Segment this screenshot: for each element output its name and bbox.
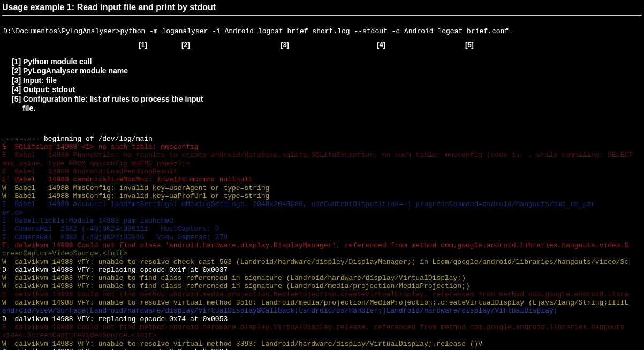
log-line: E dalvikvm 14988 Could not find method a… (2, 323, 642, 331)
legend-3: [3] Input: file (12, 76, 642, 86)
marker-2: [2] (162, 41, 210, 50)
log-line: D dalvikvm 14988 VFY: replacing opcode 0… (2, 266, 642, 274)
log-line: I CameraHal 1382 (-40)0024:096111 HostCa… (2, 225, 642, 233)
log-line: I Babel 14988 Account: loadMmsSettings: … (2, 200, 642, 208)
marker-3: [3] (210, 41, 360, 50)
marker-5: [5] (403, 41, 536, 50)
log-line: E Babel 14988 Android:LoadPendingResult (2, 168, 642, 176)
legend-5: [5] Configuration file: list of rules to… (12, 95, 642, 104)
legend-4: [4] Output: stdout (12, 85, 642, 95)
cmd-part-2: loganalyser (162, 27, 208, 35)
log-line: E Babel 14988 PhoneUtils: no results to … (2, 151, 642, 159)
legend-1: [1] Python module call (12, 57, 642, 67)
log-line: W Babel 14988 MmsConfig: invalid key=use… (2, 184, 642, 192)
log-line: I Babel.tickle:Module 14988 pam launched (2, 217, 642, 225)
log-line: W dalvikvm 14988 VFY: unable to resolve … (2, 258, 642, 266)
marker-1: [1] (124, 41, 162, 50)
log-line: D dalvikvm 14988 VFY: replacing opcode 0… (2, 348, 642, 350)
log-output: --------- beginning of /dev/log/mainE SQ… (2, 135, 642, 350)
log-line: video.ScreenCaptureVideoSource.<init> (2, 331, 642, 339)
cmd-part-1: python -m (120, 27, 157, 35)
cmd-part-4: --stdout (354, 27, 387, 35)
markers-row: [1][2][3][4][5] (2, 41, 642, 50)
log-line: W Babel 14988 MmsConfig: invalid key=uaP… (2, 192, 642, 200)
log-line: android/view/Surface;Landroid/hardware/d… (2, 307, 642, 315)
log-line: W dalvikvm 14988 VFY: unable to resolve … (2, 340, 642, 348)
log-line: --------- beginning of /dev/log/main (2, 135, 642, 143)
log-line: D dalvikvm 14988 VFY: replacing opcode 0… (2, 315, 642, 323)
legend-2: [2] PyLogAnalyser module name (12, 66, 642, 76)
log-line: creenCaptureVideoSource.<init> (2, 249, 642, 257)
cmd-part-3: -i Android_logcat_brief_short.log (212, 27, 350, 35)
log-line: E Babel 14988 canonicalizeMccMnc: invali… (2, 176, 642, 184)
log-line: mmc_value, type FROM mmsconfig WHERE nam… (2, 159, 642, 168)
cursor: _ (509, 27, 513, 35)
log-line: W dalvikvm 14988 VFY: unable to resolve … (2, 299, 642, 307)
log-line: er.o> (2, 209, 642, 217)
cmd-part-5: -c Android_logcat_brief.conf (392, 27, 509, 35)
command-line: D:\Documentos\PyLogAnalyser>python -m lo… (3, 27, 642, 36)
log-line: I CameraHal 1382 (-40)0024:00116 View Ca… (2, 233, 642, 241)
prompt: D:\Documentos\PyLogAnalyser> (3, 27, 120, 35)
log-line: E dalvikvm 14988 Could not find method a… (2, 291, 642, 299)
marker-4: [4] (360, 41, 403, 50)
log-line: W dalvikvm 14988 VFY: unable to find cla… (2, 282, 642, 290)
legend: [1] Python module call [2] PyLogAnalyser… (12, 57, 642, 113)
page-title: Usage example 1: Read input file and pri… (2, 2, 642, 16)
log-line: E dalvikvm 14988 Could not find class 'a… (2, 241, 642, 249)
log-line: E SQLiteLog 14988 <1> no such table: mms… (2, 143, 642, 151)
legend-5b: file. (22, 104, 642, 113)
log-line: W dalvikvm 14988 VFY: unable to find cla… (2, 274, 642, 282)
